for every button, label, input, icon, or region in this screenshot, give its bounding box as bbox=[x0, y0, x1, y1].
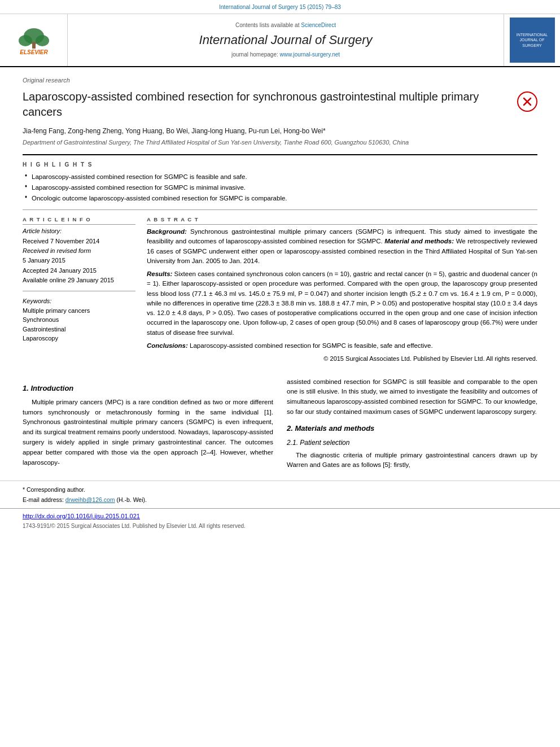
intro-para-1: Multiple primary cancers (MPC) is a rare… bbox=[23, 397, 273, 468]
svg-point-1 bbox=[19, 35, 32, 46]
body-area: 1. Introduction Multiple primary cancers… bbox=[0, 372, 560, 481]
svg-rect-3 bbox=[32, 42, 36, 49]
journal-homepage-link[interactable]: www.journal-surgery.net bbox=[280, 51, 340, 58]
keyword-2: Synchronous bbox=[23, 316, 135, 324]
body-col-left: 1. Introduction Multiple primary cancers… bbox=[23, 377, 273, 475]
science-direct-line: Contents lists available at ScienceDirec… bbox=[79, 21, 492, 29]
divider-highlights bbox=[23, 209, 537, 210]
two-col-info-abstract: A R T I C L E I N F O Article history: R… bbox=[23, 216, 537, 364]
header-left: ELSEVIER bbox=[0, 14, 68, 66]
patient-selection-title: 2.1. Patient selection bbox=[287, 438, 537, 448]
body-col-right: assisted combined resection for SGMPC is… bbox=[287, 377, 537, 475]
background-label: Background: bbox=[147, 228, 187, 235]
highlights-list: Laparoscopy-assisted combined resection … bbox=[23, 172, 537, 203]
svg-point-2 bbox=[36, 35, 49, 46]
intro-para-1-cont: assisted combined resection for SGMPC is… bbox=[287, 377, 537, 417]
article-info-col: A R T I C L E I N F O Article history: R… bbox=[23, 216, 135, 364]
keyword-4: Laparoscopy bbox=[23, 334, 135, 343]
received-date: Received 7 November 2014 bbox=[23, 237, 135, 246]
history-label: Article history: bbox=[23, 227, 135, 235]
affiliation: Department of Gastrointestinal Surgery, … bbox=[23, 138, 537, 147]
bottom-bar: http://dx.doi.org/10.1016/j.ijsu.2015.01… bbox=[0, 508, 560, 534]
conclusions-label: Conclusions: bbox=[147, 342, 188, 349]
keyword-3: Gastrointestinal bbox=[23, 325, 135, 334]
authors-line: Jia-feng Fang, Zong-heng Zheng, Yong Hua… bbox=[23, 126, 537, 136]
article-title-block: Laparoscopy-assisted combined resection … bbox=[23, 89, 537, 120]
info-divider bbox=[23, 291, 135, 291]
abstract-header: A B S T R A C T bbox=[147, 216, 537, 225]
doi-anchor[interactable]: http://dx.doi.org/10.1016/j.ijsu.2015.01… bbox=[23, 513, 140, 519]
introduction-title: 1. Introduction bbox=[23, 383, 273, 394]
highlight-item-2: Laparoscopy-assisted combined resection … bbox=[25, 183, 537, 192]
materials-title: 2. Materials and methods bbox=[287, 423, 537, 434]
keywords-list: Multiple primary cancers Synchronous Gas… bbox=[23, 307, 135, 343]
article-title-text: Laparoscopy-assisted combined resection … bbox=[23, 89, 511, 120]
abstract-conclusions: Conclusions: Laparoscopy-assisted combin… bbox=[147, 341, 537, 351]
abstract-text: Background: Synchronous gastrointestinal… bbox=[147, 227, 537, 364]
journal-homepage: journal homepage: www.journal-surgery.ne… bbox=[79, 51, 492, 59]
crossmark-icon bbox=[522, 96, 533, 107]
header-center: Contents lists available at ScienceDirec… bbox=[68, 14, 504, 66]
abstract-copyright: © 2015 Surgical Associates Ltd. Publishe… bbox=[147, 354, 537, 364]
article-history-section: Article history: Received 7 November 201… bbox=[23, 227, 135, 285]
results-label: Results: bbox=[147, 270, 172, 277]
divider-title bbox=[23, 154, 537, 155]
corresponding-note: * Corresponding author. bbox=[23, 486, 537, 494]
highlight-item-3: Oncologic outcome laparoscopy-assisted c… bbox=[25, 194, 537, 203]
author-email[interactable]: drweihb@126.com bbox=[65, 496, 115, 503]
journal-citation: International Journal of Surgery 15 (201… bbox=[219, 4, 341, 10]
keywords-section: Keywords: Multiple primary cancers Synch… bbox=[23, 297, 135, 343]
highlight-item-1: Laparoscopy-assisted combined resection … bbox=[25, 172, 537, 181]
revised-date: 5 January 2015 bbox=[23, 256, 135, 265]
highlights-header: H I G H L I G H T S bbox=[23, 161, 537, 169]
results-text: Sixteen cases contained synchronous colo… bbox=[147, 270, 537, 336]
conclusions-text: Laparoscopy-assisted combined resection … bbox=[190, 342, 433, 349]
article-info-header: A R T I C L E I N F O bbox=[23, 216, 135, 225]
journal-title: International Journal of Surgery bbox=[79, 32, 492, 49]
available-date: Available online 29 January 2015 bbox=[23, 276, 135, 285]
top-bar: International Journal of Surgery 15 (201… bbox=[0, 0, 560, 14]
content-area: Original research Laparoscopy-assisted c… bbox=[0, 67, 560, 364]
journal-cover-image: INTERNATIONAL JOURNAL OF SURGERY bbox=[510, 18, 555, 63]
header-right: INTERNATIONAL JOURNAL OF SURGERY bbox=[504, 14, 560, 66]
body-two-col: 1. Introduction Multiple primary cancers… bbox=[23, 377, 537, 475]
abstract-results: Results: Sixteen cases contained synchro… bbox=[147, 269, 537, 338]
keywords-label: Keywords: bbox=[23, 297, 135, 305]
revised-label: Received in revised form bbox=[23, 247, 135, 255]
methods-label: Material and methods: bbox=[384, 238, 454, 244]
crossmark-badge[interactable] bbox=[517, 91, 537, 112]
email-note: E-mail address: drweihb@126.com (H.-b. W… bbox=[23, 496, 537, 504]
abstract-background: Background: Synchronous gastrointestinal… bbox=[147, 227, 537, 266]
header-area: ELSEVIER Contents lists available at Sci… bbox=[0, 14, 560, 67]
authors-text: Jia-feng Fang, Zong-heng Zheng, Yong Hua… bbox=[23, 127, 326, 135]
article-type: Original research bbox=[23, 76, 537, 85]
elsevier-logo-svg: ELSEVIER bbox=[8, 25, 59, 56]
keyword-1: Multiple primary cancers bbox=[23, 307, 135, 315]
doi-link: http://dx.doi.org/10.1016/j.ijsu.2015.01… bbox=[23, 512, 537, 521]
svg-text:ELSEVIER: ELSEVIER bbox=[20, 49, 48, 55]
elsevier-logo: ELSEVIER bbox=[8, 26, 59, 54]
science-direct-link[interactable]: ScienceDirect bbox=[301, 22, 336, 28]
footnotes: * Corresponding author. E-mail address: … bbox=[0, 480, 560, 508]
patient-selection-para: The diagnostic criteria of multiple prim… bbox=[287, 451, 537, 471]
accepted-date: Accepted 24 January 2015 bbox=[23, 267, 135, 275]
abstract-col: A B S T R A C T Background: Synchronous … bbox=[147, 216, 537, 364]
copyright-bar: 1743-9191/© 2015 Surgical Associates Ltd… bbox=[23, 522, 537, 530]
